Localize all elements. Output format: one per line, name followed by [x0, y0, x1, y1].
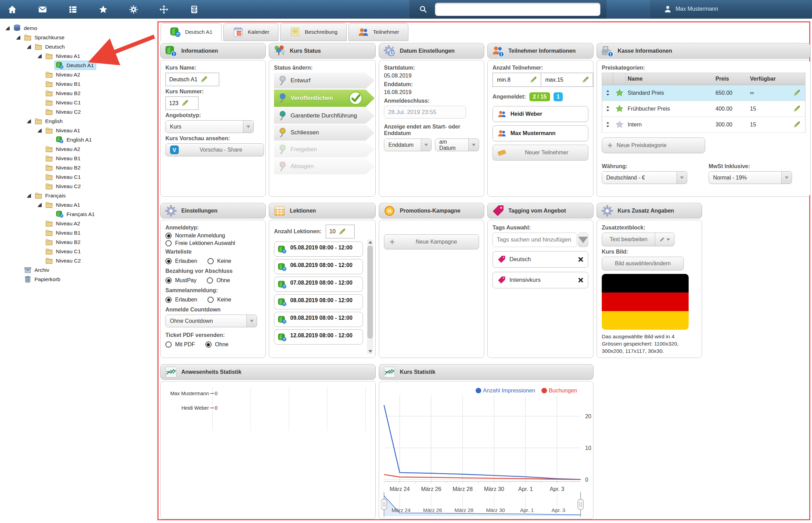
edit-pencil-icon[interactable]	[339, 228, 345, 235]
tree-item-niveau-b2[interactable]: Niveau B2	[0, 163, 157, 172]
tag-intensivkurs[interactable]: Intensivkurs	[493, 272, 588, 288]
edit-pencil-icon[interactable]	[182, 100, 188, 106]
radio-normale-anmeldung[interactable]	[165, 233, 172, 239]
angebotstyp-select[interactable]: Kurs	[165, 120, 254, 133]
expander-icon[interactable]	[27, 45, 31, 49]
list-icon[interactable]	[68, 5, 78, 14]
lesson-09-08-2019-08-00-12-00[interactable]: 09.08.2019 08:00 - 12:00	[274, 312, 363, 327]
star-icon[interactable]	[99, 5, 108, 14]
tags-dropdown-button[interactable]	[578, 233, 588, 247]
min-teilnehmer-field[interactable]: min.8	[493, 73, 541, 86]
status-ver-ffentlichen[interactable]: Veröffentlichen	[274, 90, 375, 107]
tree-item-papierkorb[interactable]: Papierkorb	[0, 275, 157, 284]
sort-handle-icon[interactable]	[602, 90, 613, 96]
tree-item-niveau-a2[interactable]: Niveau A2	[0, 144, 157, 154]
lesson-05-08-2019-08-00-12-00[interactable]: 05.08.2019 08:00 - 12:00	[274, 242, 363, 257]
edit-pencil-icon[interactable]	[582, 76, 589, 83]
tree-item-fran-ais-a1[interactable]: Français A1	[0, 209, 157, 219]
tab-kalender[interactable]: 12Kalender	[223, 23, 278, 41]
neue-kampagne-button[interactable]: Neue Kampagne	[384, 234, 479, 249]
radio-option-mustpay[interactable]: MustPay	[165, 277, 196, 284]
edit-pencil-icon[interactable]	[789, 90, 805, 96]
tree-item-niveau-b1[interactable]: Niveau B1	[0, 79, 157, 89]
radio-erlauben[interactable]	[165, 258, 172, 264]
tree-item-niveau-c1[interactable]: Niveau C1	[0, 247, 157, 256]
scroll-thumb[interactable]	[367, 246, 373, 339]
camera-icon[interactable]	[190, 5, 199, 14]
scroll-down-icon[interactable]	[367, 349, 373, 354]
scroll-up-icon[interactable]	[367, 239, 373, 245]
remove-tag-icon[interactable]	[578, 257, 583, 262]
kurs-statistik-chart[interactable]: 20100März 24März 26März 28März 30Apr. 1A…	[381, 383, 591, 517]
tree-item-niveau-a2[interactable]: Niveau A2	[0, 70, 157, 79]
tree-item-niveau-a1[interactable]: Niveau A1	[0, 126, 157, 135]
tree-item-demo[interactable]: demo	[0, 23, 157, 33]
tab-teilnehmer[interactable]: Teilnehmer	[348, 23, 408, 41]
neue-preiskategorie-button[interactable]: Neue Preiskategorie	[602, 137, 705, 153]
radio-option-keine[interactable]: Keine	[207, 297, 231, 303]
anzeige-datum-select[interactable]: Enddatum	[384, 139, 432, 151]
tags-search-input[interactable]	[493, 233, 577, 247]
expander-icon[interactable]	[27, 119, 31, 123]
tree-item-deutsch-a1[interactable]: Deutsch A1	[0, 61, 157, 70]
star-green-icon[interactable]	[613, 89, 626, 97]
tree-item-english[interactable]: English	[0, 116, 157, 126]
home-icon[interactable]	[8, 5, 17, 14]
price-row-standard-preis[interactable]: Standard Preis650.00∞	[602, 85, 805, 101]
lesson-08-08-2019-08-00-12-00[interactable]: 08.08.2019 08:00 - 12:00	[274, 294, 363, 309]
lesson-07-08-2019-08-00-12-00[interactable]: 07.08.2019 08:00 - 12:00	[274, 277, 363, 292]
expander-icon[interactable]	[38, 203, 42, 207]
mail-icon[interactable]	[38, 5, 47, 14]
text-edit-dropdown[interactable]	[655, 233, 674, 246]
anzahl-lektionen-field[interactable]: 10	[326, 225, 355, 238]
anmeldeschluss-input[interactable]: 28.Jul. 2019 23:55	[384, 106, 466, 119]
remove-tag-icon[interactable]	[578, 277, 583, 283]
participant-heidi-weber[interactable]: Heidi Weber	[493, 106, 588, 122]
price-row-intern[interactable]: Intern300.0015	[602, 117, 805, 133]
sort-handle-icon[interactable]	[602, 105, 613, 112]
bild-auswaehlen-button[interactable]: Bild auswählen/ändern	[602, 257, 684, 270]
radio-option-keine[interactable]: Keine	[207, 258, 231, 264]
tree-item-niveau-a1[interactable]: Niveau A1	[0, 51, 157, 61]
edit-pencil-icon[interactable]	[789, 105, 805, 112]
kurs-nummer-field[interactable]: 123	[165, 96, 199, 110]
tree-item-niveau-a2[interactable]: Niveau A2	[0, 219, 157, 228]
move-icon[interactable]	[159, 5, 169, 14]
gear-icon[interactable]	[129, 5, 138, 14]
radio-option-erlauben[interactable]: Erlauben	[165, 258, 197, 264]
tree-item-niveau-b2[interactable]: Niveau B2	[0, 89, 157, 98]
radio-keine[interactable]	[207, 258, 214, 264]
radio-ohne[interactable]	[205, 341, 212, 348]
status-entwurf[interactable]: Entwurf	[274, 73, 375, 89]
radio-option-ohne[interactable]: Ohne	[205, 341, 229, 348]
radio-option-mit-pdf[interactable]: Mit PDF	[165, 341, 195, 348]
tree-item-niveau-c2[interactable]: Niveau C2	[0, 182, 157, 191]
radio-erlauben[interactable]	[165, 297, 172, 303]
lesson-12-08-2019-08-00-12-00[interactable]: 12.08.2019 08:00 - 12:00	[274, 329, 363, 345]
tree-item-fran-ais[interactable]: Français	[0, 191, 157, 200]
mwst-select[interactable]: Normal - 19%	[709, 171, 792, 184]
radio-option-ohne[interactable]: Ohne	[207, 277, 230, 284]
radio-keine[interactable]	[207, 297, 214, 303]
status-schliessen[interactable]: Schliessen	[274, 125, 375, 141]
user-segment[interactable]: Max Mustermann	[650, 0, 812, 19]
search-input[interactable]	[435, 3, 600, 16]
text-bearbeiten-button[interactable]: Text bearbeiten	[602, 233, 674, 246]
vorschau-share-button[interactable]: V Vorschau - Share	[165, 143, 264, 156]
lesson-scrollbar[interactable]	[367, 239, 373, 354]
radio-option-freie-lektionen-auswahl[interactable]: Freie Lektionen Auswahl	[165, 240, 261, 246]
tree-item-niveau-b1[interactable]: Niveau B1	[0, 154, 157, 163]
tree-item-english-a1[interactable]: English A1	[0, 135, 157, 144]
lesson-06-08-2019-08-00-12-00[interactable]: 06.08.2019 08:00 - 12:00	[274, 259, 363, 274]
tree-item-niveau-c2[interactable]: Niveau C2	[0, 107, 157, 116]
status-garantierte-durchf-hrung[interactable]: Garantierte Durchführung	[274, 108, 375, 124]
neuer-teilnehmer-button[interactable]: Neuer Teilnehmer	[493, 145, 588, 161]
price-row-fr-hbucher-preis[interactable]: Frühbucher Preis400.0015	[602, 101, 805, 117]
star-green-icon[interactable]	[613, 105, 626, 113]
expander-icon[interactable]	[16, 35, 20, 40]
expander-icon[interactable]	[38, 54, 42, 58]
tree-item-niveau-c1[interactable]: Niveau C1	[0, 98, 157, 107]
tag-deutsch[interactable]: Deutsch	[493, 251, 588, 268]
expander-icon[interactable]	[6, 26, 10, 30]
sort-handle-icon[interactable]	[602, 121, 613, 128]
